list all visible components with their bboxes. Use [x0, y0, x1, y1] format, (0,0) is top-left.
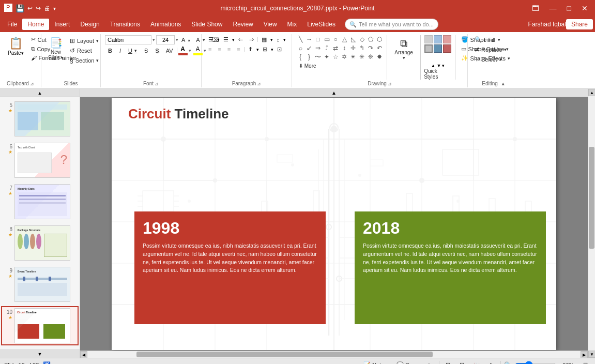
slide-thumb-10[interactable]: 10 ★ Circuit Timeline — [1, 306, 79, 345]
select-button[interactable]: ⊹ Select ▾ — [472, 55, 509, 64]
qs-1[interactable] — [424, 35, 433, 43]
align-text-btn[interactable]: ⊞ — [260, 45, 270, 54]
bold-button[interactable]: B — [105, 47, 115, 55]
numbered-list-btn[interactable]: ☰ — [221, 35, 231, 44]
shape-star16[interactable]: ✳ — [358, 53, 366, 61]
maximize-btn[interactable]: □ — [564, 3, 574, 13]
font-color-expand-icon[interactable]: ▾ — [189, 48, 191, 53]
shadow-button[interactable]: S — [152, 47, 162, 55]
shape-bent-up[interactable]: ↰ — [358, 44, 366, 52]
normal-view-btn[interactable]: ⊞ — [443, 360, 453, 364]
shape-hexagon[interactable]: ⬡ — [375, 35, 384, 43]
clipboard-expand-icon[interactable]: ⊿ — [30, 81, 34, 86]
shapes-expand-btn[interactable]: ⬇ More — [296, 63, 319, 69]
find-button[interactable]: 🔍 Find — [472, 35, 509, 44]
menu-transitions[interactable]: Transitions — [105, 19, 145, 30]
left-align-btn[interactable]: ≡ — [206, 46, 214, 54]
slide-sorter-btn[interactable]: ⊟ — [456, 360, 467, 364]
menu-slideshow[interactable]: Slide Show — [186, 19, 227, 30]
bullet-list-btn[interactable]: ☰ — [206, 35, 216, 44]
justify-btn[interactable]: ≡ — [234, 46, 242, 54]
shape-right-triangle[interactable]: ◺ — [349, 35, 357, 43]
zoom-percent-btn[interactable]: 67% — [559, 361, 577, 365]
underline-button[interactable]: U▾ — [125, 47, 140, 55]
shape-diamond[interactable]: ◇ — [358, 35, 366, 43]
section-button[interactable]: § Section ▾ — [67, 56, 101, 65]
quick-undo-icon[interactable]: ↩ — [27, 5, 33, 12]
qs-5[interactable] — [434, 44, 442, 53]
shape-process[interactable]: ⇒ — [314, 44, 322, 52]
font-expand-icon[interactable]: ⊿ — [155, 81, 159, 86]
center-align-btn[interactable]: ≡ — [215, 46, 223, 54]
shape-star8[interactable]: ✴ — [349, 53, 357, 61]
menu-animations[interactable]: Animations — [145, 19, 186, 30]
customize-qat-icon[interactable]: ▾ — [53, 6, 56, 11]
slide-thumb-7[interactable]: 7 ★ Monthly Stats — [1, 182, 79, 221]
v-scroll-up-btn[interactable]: ▲ — [588, 89, 595, 96]
shape-wave[interactable]: 〜 — [314, 53, 322, 61]
quick-save-icon[interactable]: 💾 — [16, 4, 24, 12]
num-expand-icon[interactable]: ▾ — [232, 37, 235, 42]
slide-thumb-8[interactable]: 8 ★ Package Structure — [1, 223, 79, 263]
increase-indent-btn[interactable]: ⇒ — [247, 35, 256, 44]
slide-canvas-area[interactable]: Circuit Timeline 1998 Possim virtute omn… — [80, 97, 588, 351]
reading-view-btn[interactable]: 📖 — [470, 360, 484, 364]
shape-up-down-arrow[interactable]: ↕ — [340, 44, 348, 52]
font-name-expand-icon[interactable]: ▾ — [152, 37, 155, 42]
v-scroll-down-btn[interactable]: ▼ — [588, 351, 595, 358]
arrange-button[interactable]: ⧉ Arrange ▾ — [390, 35, 417, 63]
shape-rect[interactable]: □ — [314, 35, 322, 43]
shape-chevron[interactable]: ⌕ — [296, 44, 304, 52]
qs-expand-icon[interactable]: ▾ — [442, 63, 445, 68]
menu-file[interactable]: File — [2, 19, 22, 30]
shape-star32[interactable]: ✸ — [375, 53, 384, 61]
horizontal-scrollbar[interactable]: ◀ ▶ — [80, 351, 588, 358]
close-btn[interactable]: ✕ — [578, 3, 591, 13]
restore-btn[interactable]: 🗔 — [529, 3, 542, 13]
panel-scroll-up[interactable]: ▲ — [0, 89, 80, 97]
menu-design[interactable]: Design — [75, 19, 104, 30]
reset-button[interactable]: ↺ Reset — [67, 46, 101, 55]
td-expand-icon[interactable]: ▾ — [256, 47, 259, 52]
zoom-slider[interactable] — [515, 361, 556, 365]
notes-button[interactable]: 📝 Notes — [360, 360, 390, 364]
replace-button[interactable]: ⇄ Replace ▾ — [472, 45, 509, 54]
shape-brace-left[interactable]: { — [296, 53, 304, 61]
quick-print-icon[interactable]: 🖨 — [44, 5, 50, 12]
ribbon-collapse-icon[interactable]: ▲ — [501, 81, 506, 86]
paste-button[interactable]: 📋 Paste▾ — [4, 35, 27, 57]
shape-star6[interactable]: ✡ — [340, 53, 348, 61]
shape-rounded-rect[interactable]: ▭ — [323, 35, 331, 43]
share-button[interactable]: Share — [566, 19, 593, 29]
col-expand-icon[interactable]: ▾ — [270, 37, 273, 42]
h-scroll-right-btn[interactable]: ▶ — [581, 351, 588, 358]
accessibility-icon[interactable]: ♿ — [43, 361, 51, 365]
bullet-expand-icon[interactable]: ▾ — [217, 37, 220, 42]
slide-thumb-6[interactable]: 6 ★ Text with Chart ? — [1, 141, 79, 180]
slide-thumb-5[interactable]: 5 ★ — [1, 99, 79, 139]
menu-home[interactable]: Home — [22, 19, 49, 30]
shape-star5[interactable]: ☆ — [331, 53, 340, 61]
qs-2[interactable] — [434, 35, 442, 43]
italic-button[interactable]: I — [116, 47, 124, 55]
vertical-scrollbar[interactable]: ▲ ▼ — [588, 89, 595, 358]
shape-bent-arrow[interactable]: ↙ — [305, 44, 313, 52]
at-expand-icon[interactable]: ▾ — [271, 47, 273, 52]
decrease-indent-btn[interactable]: ⇐ — [236, 35, 246, 44]
user-area[interactable]: Farshad Iqbal — [528, 21, 566, 28]
slideshow-btn[interactable]: ▷ — [487, 360, 497, 364]
font-size-expand-icon[interactable]: ▾ — [176, 37, 178, 42]
font-size-input[interactable] — [156, 35, 175, 44]
font-name-input[interactable] — [105, 35, 151, 44]
increase-font-btn[interactable]: A▲ — [179, 36, 193, 44]
shape-quad-arrow[interactable]: ✛ — [349, 44, 357, 52]
columns-btn[interactable]: ▦ — [259, 35, 269, 44]
fit-slide-btn[interactable]: ⊡ — [580, 360, 591, 364]
tell-me-input[interactable]: 🔍 Tell me what you want to do... — [345, 19, 438, 30]
para-expand-icon[interactable]: ⊿ — [257, 81, 261, 86]
minimize-btn[interactable]: — — [546, 3, 560, 13]
panel-scroll-down[interactable]: ▼ — [0, 350, 80, 358]
shape-star24[interactable]: ❊ — [367, 53, 375, 61]
menu-view[interactable]: View — [258, 19, 282, 30]
shape-line[interactable]: ╲ — [296, 35, 304, 43]
